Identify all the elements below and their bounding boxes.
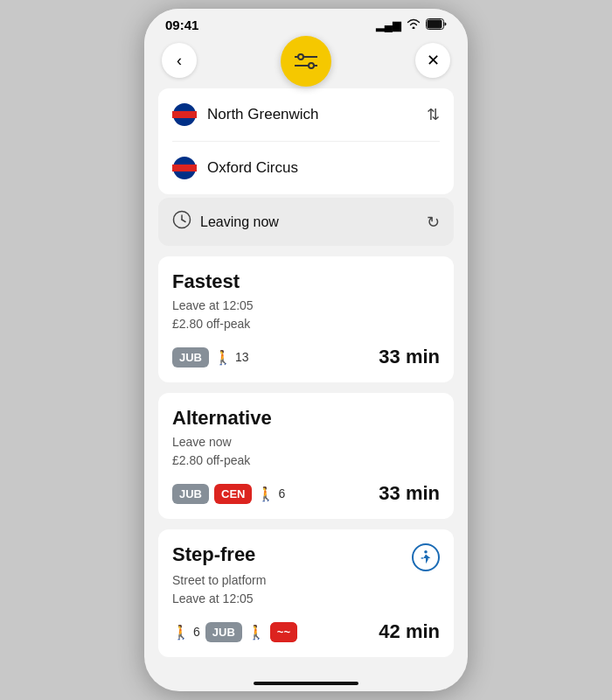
stepfree-footer: 🚶 6 JUB 🚶 ~~ 42 min	[172, 620, 440, 643]
time-left: Leaving now	[172, 210, 279, 234]
to-station-name: Oxford Circus	[207, 159, 298, 177]
alternative-walk-count: 6	[278, 486, 285, 500]
to-station-row[interactable]: Oxford Circus	[172, 142, 440, 194]
alternative-line2: £2.80 off-peak	[172, 453, 250, 467]
alternative-title: Alternative	[172, 407, 440, 430]
back-button[interactable]: ‹	[162, 43, 197, 78]
svg-rect-12	[172, 164, 197, 172]
fastest-tags: JUB 🚶 13	[172, 347, 249, 368]
to-station-left: Oxford Circus	[172, 156, 298, 180]
stepfree-line2: Leave at 12:05	[172, 592, 254, 606]
cen-tag-alt: CEN	[214, 484, 252, 504]
alternative-footer: JUB CEN 🚶 6 33 min	[172, 482, 440, 505]
home-indicator	[254, 682, 358, 685]
fastest-line2: £2.80 off-peak	[172, 317, 250, 331]
alternative-walk: 🚶 6	[257, 486, 285, 502]
wifi-icon	[407, 18, 421, 32]
from-station-left: North Greenwich	[172, 102, 319, 127]
stepfree-walk-pre-count: 6	[193, 625, 200, 639]
tube-logo-from	[172, 102, 197, 127]
stepfree-walk-mid: 🚶	[247, 624, 265, 640]
fastest-walk: 🚶 13	[214, 349, 249, 366]
station-selector-card: North Greenwich ⇅ Oxford Circus	[158, 88, 454, 194]
time-label: Leaving now	[200, 214, 279, 230]
fastest-subtitle: Leave at 12:05 £2.80 off-peak	[172, 297, 440, 333]
alternative-line1: Leave now	[172, 435, 232, 449]
jub-tag-fastest: JUB	[172, 347, 209, 368]
stepfree-subtitle: Street to platform Leave at 12:05	[172, 571, 440, 608]
refresh-icon[interactable]: ↻	[427, 213, 440, 232]
clock-icon	[172, 210, 191, 234]
filter-icon	[295, 52, 317, 71]
cen-tag-sf: ~~	[270, 622, 297, 642]
stepfree-title: Step-free	[172, 543, 255, 566]
fastest-footer: JUB 🚶 13 33 min	[172, 346, 440, 368]
fastest-duration: 33 min	[379, 346, 440, 368]
phone-frame: 09:41 ▂▄▆ ‹	[144, 9, 468, 691]
walk-icon-sf: 🚶	[247, 624, 265, 640]
stepfree-walk-prefix: 🚶 6	[172, 624, 200, 640]
walk-icon-alt: 🚶	[257, 486, 275, 502]
alternative-duration: 33 min	[379, 482, 440, 505]
jub-tag-sf: JUB	[205, 622, 242, 642]
top-nav: ‹ ✕	[144, 36, 468, 88]
alternative-tags: JUB CEN 🚶 6	[172, 484, 285, 504]
fastest-line1: Leave at 12:05	[172, 298, 254, 312]
svg-point-16	[424, 550, 428, 554]
swap-button[interactable]: ⇅	[427, 105, 440, 124]
battery-icon	[426, 18, 447, 32]
from-station-row[interactable]: North Greenwich ⇅	[172, 88, 440, 142]
status-time: 09:41	[165, 18, 198, 32]
fastest-walk-count: 13	[235, 350, 249, 364]
stepfree-line1: Street to platform	[172, 573, 266, 587]
stepfree-header: Step-free	[172, 543, 440, 571]
status-bar: 09:41 ▂▄▆	[144, 9, 468, 36]
svg-rect-1	[428, 19, 442, 28]
stepfree-journey-card[interactable]: Step-free Street to platform Leave at 12…	[158, 529, 454, 657]
walk-icon-fastest: 🚶	[214, 349, 232, 366]
walk-icon-sf-pre: 🚶	[172, 624, 190, 640]
from-station-name: North Greenwich	[207, 106, 319, 123]
filter-button[interactable]	[281, 36, 331, 87]
stepfree-duration: 42 min	[379, 620, 440, 643]
time-selector[interactable]: Leaving now ↻	[158, 198, 454, 246]
svg-line-15	[182, 220, 185, 222]
alternative-subtitle: Leave now £2.80 off-peak	[172, 433, 440, 470]
alternative-journey-card[interactable]: Alternative Leave now £2.80 off-peak JUB…	[158, 393, 454, 519]
stepfree-tags: 🚶 6 JUB 🚶 ~~	[172, 622, 297, 642]
fastest-journey-card[interactable]: Fastest Leave at 12:05 £2.80 off-peak JU…	[158, 256, 454, 382]
signal-icon: ▂▄▆	[376, 18, 401, 32]
close-button[interactable]: ✕	[415, 43, 450, 78]
svg-rect-9	[172, 111, 197, 118]
close-icon: ✕	[427, 51, 440, 70]
jub-tag-alt: JUB	[172, 484, 209, 504]
accessibility-icon	[412, 543, 440, 571]
back-icon: ‹	[177, 52, 182, 70]
fastest-title: Fastest	[172, 270, 440, 293]
tube-logo-to	[172, 156, 197, 180]
content-area: North Greenwich ⇅ Oxford Circus	[144, 88, 468, 675]
status-icons: ▂▄▆	[376, 18, 447, 32]
